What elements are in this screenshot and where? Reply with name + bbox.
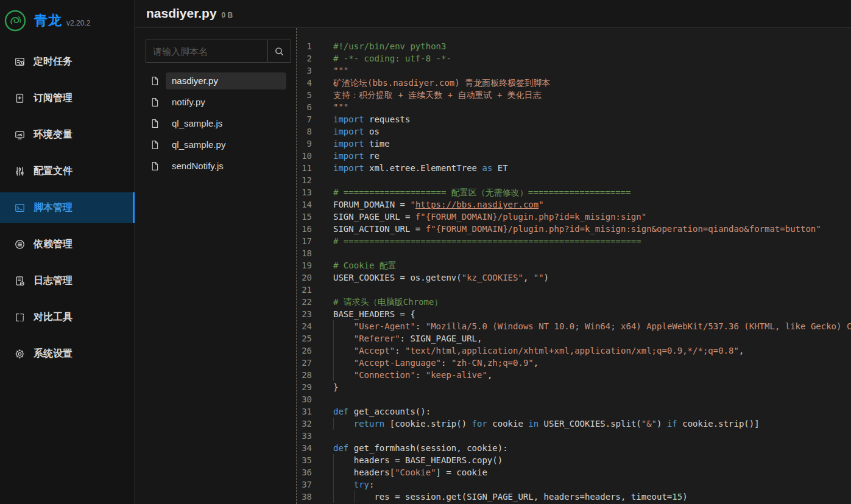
code-line[interactable]: 21 bbox=[297, 284, 851, 296]
line-number: 36 bbox=[297, 466, 312, 478]
code-line[interactable]: 18 bbox=[297, 247, 851, 259]
config-icon bbox=[15, 166, 26, 177]
code-line[interactable]: 29} bbox=[297, 381, 851, 393]
line-number: 13 bbox=[297, 186, 312, 198]
sidebar-item-7[interactable]: 对比工具 bbox=[0, 302, 134, 332]
code-text: USER_COOKIES = os.getenv("kz_COOKIES", "… bbox=[333, 271, 549, 284]
diff-icon bbox=[15, 312, 26, 323]
code-line[interactable]: 35 headers = BASE_HEADERS.copy() bbox=[297, 454, 851, 466]
sidebar-menu: 定时任务订阅管理环境变量配置文件脚本管理依赖管理日志管理对比工具系统设置 bbox=[0, 46, 134, 369]
code-text: """ bbox=[333, 65, 348, 77]
line-number: 25 bbox=[297, 332, 312, 345]
line-number: 7 bbox=[297, 113, 312, 125]
line-number: 32 bbox=[297, 418, 312, 430]
code-text: 矿渣论坛(bbs.nasdiyer.com) 青龙面板终极签到脚本 bbox=[333, 77, 550, 89]
code-text: def get_formhash(session, cookie): bbox=[333, 442, 508, 454]
line-number: 14 bbox=[297, 198, 312, 211]
code-line[interactable]: 13# ==================== 配置区（无需修改）======… bbox=[297, 186, 851, 198]
sidebar-item-4[interactable]: 脚本管理 bbox=[0, 192, 134, 223]
line-number: 19 bbox=[297, 259, 312, 271]
line-number: 24 bbox=[297, 320, 312, 332]
sidebar-item-6[interactable]: 日志管理 bbox=[0, 265, 134, 296]
sidebar-item-label: 系统设置 bbox=[34, 348, 72, 360]
code-line[interactable]: 11import xml.etree.ElementTree as ET bbox=[297, 162, 851, 174]
line-number: 15 bbox=[297, 211, 312, 223]
code-text: 支持：积分提取 + 连续天数 + 自动重试 + 美化日志 bbox=[333, 89, 542, 101]
code-line[interactable]: 7import requests bbox=[297, 113, 851, 125]
sidebar-item-8[interactable]: 系统设置 bbox=[0, 338, 134, 369]
line-number: 6 bbox=[297, 101, 312, 113]
code-text: "Accept": "text/html,application/xhtml+x… bbox=[333, 345, 744, 357]
code-line[interactable]: 14FORUM_DOMAIN = "https://bbs.nasdiyer.c… bbox=[297, 198, 851, 211]
app-root: 青龙 v2.20.2 定时任务订阅管理环境变量配置文件脚本管理依赖管理日志管理对… bbox=[0, 0, 851, 504]
line-number: 26 bbox=[297, 345, 312, 357]
file-item[interactable]: ql_sample.py bbox=[146, 134, 291, 155]
code-text: FORUM_DOMAIN = "https://bbs.nasdiyer.com… bbox=[333, 198, 544, 211]
code-line[interactable]: 23BASE_HEADERS = { bbox=[297, 308, 851, 320]
settings-icon bbox=[15, 348, 26, 359]
code-line[interactable]: 26 "Accept": "text/html,application/xhtm… bbox=[297, 345, 851, 357]
schedule-icon bbox=[15, 56, 26, 67]
code-line[interactable]: 25 "Referer": SIGN_PAGE_URL, bbox=[297, 332, 851, 345]
line-number: 17 bbox=[297, 235, 312, 247]
line-number: 4 bbox=[297, 77, 312, 89]
code-text: try: bbox=[333, 478, 374, 491]
code-line[interactable]: 9import time bbox=[297, 138, 851, 150]
code-line[interactable]: 3""" bbox=[297, 65, 851, 77]
code-line[interactable]: 6""" bbox=[297, 101, 851, 113]
line-number: 5 bbox=[297, 89, 312, 101]
code-line[interactable]: 1#!/usr/bin/env python3 bbox=[297, 40, 851, 52]
code-line[interactable]: 37 try: bbox=[297, 478, 851, 491]
line-number: 10 bbox=[297, 150, 312, 162]
code-line[interactable]: 19# Cookie 配置 bbox=[297, 259, 851, 271]
code-line[interactable]: 15SIGN_PAGE_URL = f"{FORUM_DOMAIN}/plugi… bbox=[297, 211, 851, 223]
sidebar-item-5[interactable]: 依赖管理 bbox=[0, 229, 134, 259]
code-line[interactable]: 33 bbox=[297, 430, 851, 442]
search-input[interactable] bbox=[146, 40, 267, 63]
code-line[interactable]: 8import os bbox=[297, 125, 851, 138]
code-line[interactable]: 2# -*- coding: utf-8 -*- bbox=[297, 52, 851, 65]
code-line[interactable]: 4矿渣论坛(bbs.nasdiyer.com) 青龙面板终极签到脚本 bbox=[297, 77, 851, 89]
sidebar-item-label: 环境变量 bbox=[34, 128, 72, 141]
code-line[interactable]: 34def get_formhash(session, cookie): bbox=[297, 442, 851, 454]
file-name: ql_sample.py bbox=[166, 136, 286, 153]
code-line[interactable]: 31def get_accounts(): bbox=[297, 405, 851, 418]
code-editor[interactable]: 1#!/usr/bin/env python32# -*- coding: ut… bbox=[296, 28, 851, 504]
code-line[interactable]: 27 "Accept-Language": "zh-CN,zh;q=0.9", bbox=[297, 357, 851, 369]
line-number: 23 bbox=[297, 308, 312, 320]
line-number: 22 bbox=[297, 296, 312, 308]
sidebar-item-0[interactable]: 定时任务 bbox=[0, 46, 134, 77]
code-line[interactable]: 28 "Connection": "keep-alive", bbox=[297, 369, 851, 381]
code-text: import xml.etree.ElementTree as ET bbox=[333, 162, 508, 174]
code-line[interactable]: 12 bbox=[297, 174, 851, 186]
page-header: nasdiyer.py 0 B bbox=[135, 0, 851, 28]
sidebar-item-1[interactable]: 订阅管理 bbox=[0, 83, 134, 113]
file-item[interactable]: ql_sample.js bbox=[146, 113, 291, 134]
code-line[interactable]: 38 res = session.get(SIGN_PAGE_URL, head… bbox=[297, 491, 851, 503]
code-line[interactable]: 20USER_COOKIES = os.getenv("kz_COOKIES",… bbox=[297, 271, 851, 284]
code-line[interactable]: 5支持：积分提取 + 连续天数 + 自动重试 + 美化日志 bbox=[297, 89, 851, 101]
file-item[interactable]: nasdiyer.py bbox=[146, 70, 291, 91]
file-icon bbox=[150, 119, 160, 128]
code-line[interactable]: 17# ====================================… bbox=[297, 235, 851, 247]
sidebar-item-3[interactable]: 配置文件 bbox=[0, 156, 134, 186]
env-icon bbox=[15, 129, 26, 140]
file-icon bbox=[150, 161, 160, 171]
code-line[interactable]: 30 bbox=[297, 393, 851, 405]
code-text: import re bbox=[333, 150, 380, 162]
code-line[interactable]: 22# 请求头（电脑版Chrome） bbox=[297, 296, 851, 308]
file-item[interactable]: sendNotify.js bbox=[146, 155, 291, 177]
sidebar-item-label: 订阅管理 bbox=[34, 92, 72, 105]
line-number: 8 bbox=[297, 125, 312, 138]
code-line[interactable]: 24 "User-Agent": "Mozilla/5.0 (Windows N… bbox=[297, 320, 851, 332]
code-line[interactable]: 16SIGN_ACTION_URL = f"{FORUM_DOMAIN}/plu… bbox=[297, 223, 851, 235]
code-line[interactable]: 10import re bbox=[297, 150, 851, 162]
code-line[interactable]: 32 return [cookie.strip() for cookie in … bbox=[297, 418, 851, 430]
file-item[interactable]: notify.py bbox=[146, 91, 291, 113]
search-button[interactable] bbox=[267, 40, 291, 63]
code-text: import time bbox=[333, 138, 390, 150]
sidebar-item-2[interactable]: 环境变量 bbox=[0, 119, 134, 150]
line-number: 30 bbox=[297, 393, 312, 405]
code-text: import requests bbox=[333, 113, 410, 125]
code-line[interactable]: 36 headers["Cookie"] = cookie bbox=[297, 466, 851, 478]
